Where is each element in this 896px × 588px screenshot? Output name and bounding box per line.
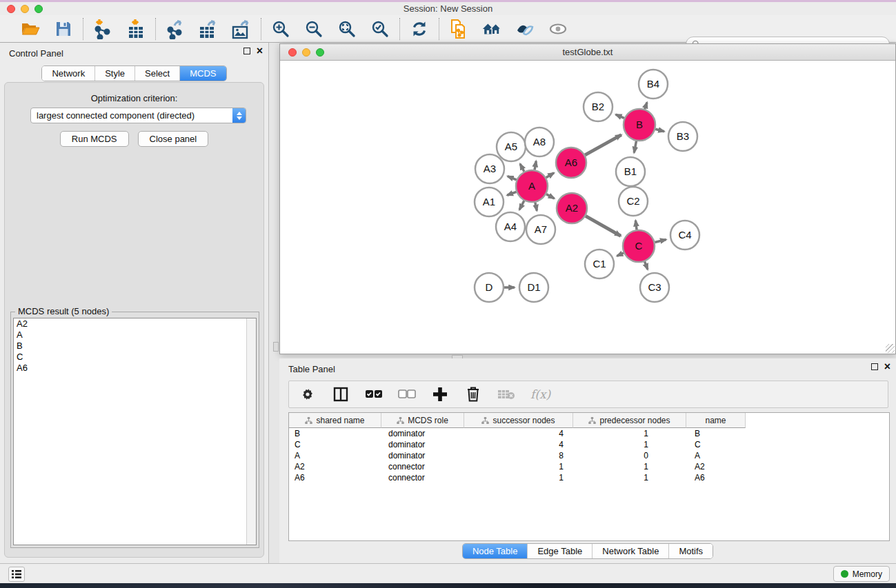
window-resize-grip[interactable] bbox=[886, 344, 895, 353]
deselect-all-icon[interactable] bbox=[398, 385, 416, 403]
edge-A6-B[interactable] bbox=[585, 135, 621, 155]
zoom-fit-icon[interactable] bbox=[337, 19, 357, 39]
result-scrollbar[interactable] bbox=[246, 318, 256, 545]
cell-predecessor-nodes[interactable]: 0 bbox=[573, 451, 686, 460]
cell-successor-nodes[interactable]: 1 bbox=[464, 473, 573, 483]
cell-shared-name[interactable]: B bbox=[289, 429, 381, 438]
edge-A-A6[interactable] bbox=[546, 173, 554, 178]
table-row[interactable]: A2connector11A2 bbox=[289, 461, 889, 472]
close-table-panel-icon[interactable]: × bbox=[884, 363, 890, 370]
home-icon[interactable] bbox=[481, 19, 502, 39]
edge-A-A3[interactable] bbox=[508, 176, 517, 180]
cell-shared-name[interactable]: C bbox=[289, 440, 381, 449]
cell-successor-nodes[interactable]: 4 bbox=[464, 429, 573, 438]
cell-predecessor-nodes[interactable]: 1 bbox=[573, 429, 686, 438]
edge-B-B4[interactable] bbox=[645, 103, 647, 110]
cell-name[interactable]: A2 bbox=[686, 462, 746, 472]
tab-select[interactable]: Select bbox=[135, 66, 179, 81]
cell-name[interactable]: C bbox=[686, 440, 746, 449]
mcds-result-list[interactable]: A2ABCA6 bbox=[13, 318, 257, 545]
cell-predecessor-nodes[interactable]: 1 bbox=[573, 462, 686, 472]
float-table-panel-icon[interactable] bbox=[871, 363, 878, 370]
cell-name[interactable]: B bbox=[686, 429, 746, 438]
edge-B-B3[interactable] bbox=[655, 129, 664, 131]
edge-A-A1[interactable] bbox=[507, 192, 516, 195]
tab-edge-table[interactable]: Edge Table bbox=[527, 544, 592, 558]
vertical-splitter-handle[interactable] bbox=[273, 342, 279, 352]
node-table[interactable]: shared nameMCDS rolesuccessor nodesprede… bbox=[288, 412, 890, 541]
result-item[interactable]: A bbox=[14, 330, 256, 341]
edge-A-A2[interactable] bbox=[546, 194, 555, 199]
table-row[interactable]: Adominator80A bbox=[289, 450, 889, 461]
cell-MCDS-role[interactable]: dominator bbox=[381, 429, 464, 438]
cell-successor-nodes[interactable]: 1 bbox=[464, 462, 573, 472]
criterion-dropdown[interactable]: largest connected component (directed) bbox=[30, 108, 246, 123]
edge-C-C2[interactable] bbox=[635, 221, 637, 230]
task-history-button[interactable] bbox=[8, 567, 25, 582]
edge-A-A4[interactable] bbox=[519, 201, 524, 210]
cell-successor-nodes[interactable]: 8 bbox=[464, 451, 573, 460]
edge-A2-C[interactable] bbox=[586, 216, 621, 236]
add-icon[interactable] bbox=[431, 385, 449, 403]
cell-name[interactable]: A6 bbox=[686, 473, 746, 483]
eye-icon[interactable] bbox=[548, 19, 568, 39]
edge-A-A5[interactable] bbox=[520, 164, 524, 172]
cell-shared-name[interactable]: A6 bbox=[289, 473, 381, 483]
cell-predecessor-nodes[interactable]: 1 bbox=[573, 473, 686, 483]
run-mcds-button[interactable]: Run MCDS bbox=[60, 131, 129, 147]
style-preview-icon[interactable] bbox=[515, 19, 535, 39]
result-item[interactable]: C bbox=[14, 352, 256, 363]
tab-network[interactable]: Network bbox=[42, 66, 94, 81]
cell-MCDS-role[interactable]: dominator bbox=[381, 440, 464, 449]
select-all-icon[interactable] bbox=[365, 385, 383, 403]
column-header-MCDS-role[interactable]: MCDS role bbox=[381, 413, 464, 428]
edge-A-A8[interactable] bbox=[535, 161, 536, 170]
export-table-icon[interactable] bbox=[198, 19, 219, 39]
cell-predecessor-nodes[interactable]: 1 bbox=[573, 440, 686, 449]
memory-button[interactable]: Memory bbox=[833, 566, 890, 582]
cell-name[interactable]: A bbox=[686, 451, 746, 460]
edge-B-B1[interactable] bbox=[634, 141, 636, 153]
clone-network-icon[interactable] bbox=[448, 19, 469, 39]
open-folder-icon[interactable] bbox=[20, 19, 41, 39]
table-row[interactable]: Bdominator41B bbox=[289, 428, 889, 439]
zoom-selected-icon[interactable] bbox=[370, 19, 390, 39]
tab-mcds[interactable]: MCDS bbox=[179, 66, 226, 81]
tab-motifs[interactable]: Motifs bbox=[668, 544, 713, 558]
cell-MCDS-role[interactable]: dominator bbox=[381, 451, 464, 460]
column-header-predecessor-nodes[interactable]: predecessor nodes bbox=[573, 413, 686, 428]
column-header-successor-nodes[interactable]: successor nodes bbox=[464, 413, 573, 428]
columns-icon[interactable] bbox=[332, 385, 350, 403]
zoom-in-icon[interactable] bbox=[270, 19, 291, 39]
export-network-icon[interactable] bbox=[165, 19, 186, 39]
result-item[interactable]: B bbox=[14, 341, 256, 352]
edge-A-A7[interactable] bbox=[535, 203, 537, 211]
tab-network-table[interactable]: Network Table bbox=[592, 544, 668, 558]
float-panel-icon[interactable] bbox=[243, 48, 250, 54]
edge-C-C1[interactable] bbox=[617, 253, 624, 256]
column-header-name[interactable]: name bbox=[686, 413, 746, 428]
tab-node-table[interactable]: Node Table bbox=[463, 544, 528, 558]
cell-MCDS-role[interactable]: connector bbox=[381, 473, 464, 483]
column-header-shared-name[interactable]: shared name bbox=[289, 413, 381, 428]
delete-icon[interactable] bbox=[464, 385, 482, 403]
network-window-titlebar[interactable]: testGlobe.txt bbox=[280, 44, 895, 61]
edge-C-C3[interactable] bbox=[645, 261, 648, 269]
network-canvas[interactable]: AA1A2A3A4A5A6A7A8BB1B2B3B4CC1C2C3C4DD1 bbox=[280, 61, 895, 354]
refresh-icon[interactable] bbox=[409, 19, 430, 39]
gear-icon[interactable] bbox=[299, 385, 317, 403]
import-network-icon[interactable] bbox=[92, 19, 113, 39]
cell-successor-nodes[interactable]: 4 bbox=[464, 440, 573, 449]
result-item[interactable]: A6 bbox=[14, 363, 256, 374]
cell-shared-name[interactable]: A bbox=[289, 451, 381, 460]
import-table-icon[interactable] bbox=[126, 19, 146, 39]
export-image-icon[interactable] bbox=[231, 19, 252, 39]
zoom-out-icon[interactable] bbox=[303, 19, 324, 39]
cell-shared-name[interactable]: A2 bbox=[289, 462, 381, 472]
table-row[interactable]: A6connector11A6 bbox=[289, 472, 889, 483]
save-icon[interactable] bbox=[53, 19, 74, 39]
tab-style[interactable]: Style bbox=[94, 66, 135, 81]
close-panel-icon[interactable]: × bbox=[257, 48, 263, 54]
close-panel-button[interactable]: Close panel bbox=[138, 131, 209, 147]
table-row[interactable]: Cdominator41C bbox=[289, 439, 889, 450]
